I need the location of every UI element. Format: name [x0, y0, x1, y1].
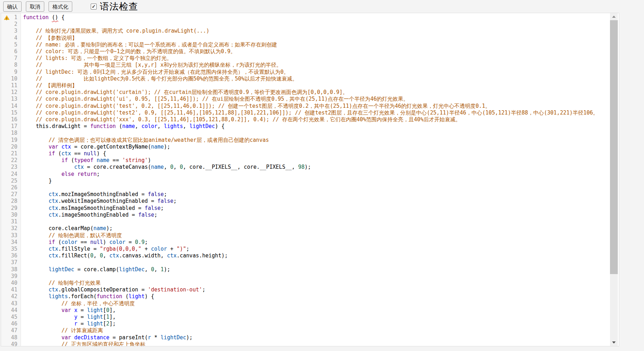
code-line[interactable]: // 绘制色调层，默认不透明度 [21, 232, 610, 239]
code-line[interactable]: this.drawLight = function (name, color, … [21, 123, 610, 130]
code-token: ctx [49, 198, 58, 204]
code-token [23, 293, 49, 300]
line-number: 3 [1, 28, 21, 34]
code-token: ); [164, 266, 170, 273]
code-line[interactable]: // core.plugin.drawLight('curtain'); // … [21, 89, 610, 96]
code-line[interactable]: var x = light[0], [21, 307, 610, 314]
code-token: , [157, 123, 164, 129]
code-token: decDistance [74, 334, 109, 341]
code-row: 13 // core.plugin.drawLight('ui', 0.95, … [1, 96, 610, 102]
code-line[interactable]: // 坐标，半径，中心不透明度 [21, 300, 610, 307]
code-line[interactable]: // color: 可选，只能是一个0~1之间的数，为不透明度的值。不填则默认为… [21, 48, 610, 55]
code-line[interactable]: ctx = core.createCanvas(name, 0, 0, core… [21, 164, 610, 171]
code-editor[interactable]: 1function () {23 // 绘制灯光/漆黑层效果。调用方式 core… [1, 13, 619, 346]
code-line[interactable]: // 清空色调层；也可以修改成其它层比如animate/weather层，或者用… [21, 137, 610, 144]
code-token: , [103, 252, 109, 259]
code-line[interactable]: // 绘制每个灯光效果 [21, 280, 610, 286]
code-line[interactable]: y = light[1], [21, 314, 610, 321]
scroll-down-button[interactable] [610, 339, 618, 346]
code-line[interactable]: lights.forEach(function (light) { [21, 293, 610, 300]
code-line[interactable]: if (ctx == null) { [21, 150, 610, 157]
code-line[interactable]: core.clearMap(name); [21, 225, 610, 232]
scrollbar-thumb[interactable] [610, 20, 618, 274]
scroll-up-button[interactable] [610, 13, 618, 20]
code-line[interactable]: // 【参数说明】 [21, 35, 610, 41]
code-line[interactable]: // lightDec: 可选，0到1之间，光从多少百分比才开始衰减（在此范围内… [21, 69, 610, 76]
code-row: 32 core.clearMap(name); [1, 225, 610, 232]
code-line[interactable]: ctx.msImageSmoothingEnabled = false; [21, 205, 610, 212]
code-line[interactable]: // name: 必填，要绘制到的画布名；可以是一个系统画布，或者是个自定义画布… [21, 41, 610, 48]
code-token: ; [173, 198, 176, 204]
code-token: false [157, 198, 173, 204]
code-line[interactable] [21, 21, 610, 28]
code-token: == [71, 150, 84, 157]
code-line[interactable]: // core.plugin.drawLight('xxx', 0.3, [[2… [21, 116, 610, 123]
code-line[interactable]: // core.plugin.drawLight('test', 0.2, [[… [21, 103, 610, 110]
code-token: .fillStyle = [58, 246, 100, 252]
cancel-button[interactable]: 取消 [26, 1, 44, 12]
code-token [23, 266, 49, 273]
code-token: if [49, 150, 55, 157]
code-token: // 绘制色调层，默认不透明度 [23, 232, 122, 239]
code-line[interactable]: else return; [21, 171, 610, 178]
toolbar: 确认 取消 格式化 ✓ 语法检查 [0, 0, 644, 13]
code-token: [ [103, 307, 106, 313]
code-line[interactable]: if (color == null) color = 0.9; [21, 239, 610, 246]
confirm-button[interactable]: 确认 [3, 1, 22, 12]
code-line[interactable]: ctx.webkitImageSmoothingEnabled = false; [21, 198, 610, 205]
code-line[interactable]: ctx.imageSmoothingEnabled = false; [21, 212, 610, 218]
code-line[interactable]: ctx.globalCompositeOperation = 'destinat… [21, 286, 610, 293]
code-line[interactable] [21, 184, 610, 191]
code-line[interactable]: // core.plugin.drawLight('ui', 0.95, [[2… [21, 96, 610, 102]
code-row: 16 // core.plugin.drawLight('xxx', 0.3, … [1, 116, 610, 123]
code-line[interactable]: ctx.mozImageSmoothingEnabled = false; [21, 191, 610, 198]
code-line[interactable]: // 其中每一项是三元组 [x,y,r] x和y分别为该灯光的横纵坐标，r为该灯… [21, 62, 610, 68]
code-token: ctx [49, 191, 58, 197]
code-token: ) { [97, 150, 106, 157]
code-line[interactable]: // lights: 可选，一个数组，定义了每个独立的灯光。 [21, 55, 610, 62]
code-token: null [90, 239, 103, 245]
code-line[interactable]: // 正方形区域的直径和左上角坐标 [21, 341, 610, 346]
code-line[interactable]: function () { [21, 14, 610, 21]
code-token: ) { [145, 293, 154, 300]
code-line[interactable] [21, 130, 610, 136]
code-token: function [23, 14, 49, 21]
code-line[interactable] [21, 273, 610, 280]
code-token: 1 [106, 314, 109, 320]
code-line[interactable]: r = light[2]; [21, 321, 610, 327]
line-number: 39 [1, 273, 21, 280]
code-line[interactable]: // 【调用样例】 [21, 82, 610, 89]
code-line[interactable]: // 比如lightDec为0.5代表，每个灯光部分内圈50%的范围全亮，50%… [21, 76, 610, 82]
code-line[interactable]: lightDec = core.clamp(lightDec, 0, 1); [21, 266, 610, 273]
line-number: 41 [1, 286, 21, 293]
code-line[interactable]: ctx.fillStyle = "rgba(0,0,0," + color + … [21, 246, 610, 252]
code-token: ")" [177, 246, 186, 252]
code-line[interactable]: } [21, 178, 610, 184]
syntax-check-checkbox[interactable]: ✓ [91, 4, 97, 10]
code-line[interactable]: var decDistance = parseInt(r * lightDec)… [21, 334, 610, 341]
line-number: 16 [1, 116, 21, 123]
code-row: 20 var ctx = core.getContextByName(name)… [1, 144, 610, 150]
code-line[interactable]: // 绘制灯光/漆黑层效果。调用方式 core.plugin.drawLight… [21, 28, 610, 34]
code-line[interactable]: // 计算衰减距离 [21, 327, 610, 334]
code-row: 45 y = light[1], [1, 314, 610, 321]
scrollbar-track[interactable] [610, 13, 618, 346]
code-line[interactable]: if (typeof name == 'string') [21, 157, 610, 164]
line-number: 23 [1, 164, 21, 171]
code-token: false [145, 205, 160, 211]
code-token: name [151, 144, 164, 150]
code-token: name [122, 123, 135, 129]
line-number: 46 [1, 321, 21, 327]
chevron-up-icon [612, 16, 616, 18]
code-line[interactable] [21, 218, 610, 225]
code-line[interactable]: ctx.fillRect(0, 0, ctx.canvas.width, ctx… [21, 252, 610, 259]
code-token: , [135, 123, 141, 129]
code-line[interactable]: // core.plugin.drawLight('test2', 0.9, [… [21, 110, 610, 116]
code-token: ], [109, 307, 116, 313]
code-line[interactable] [21, 259, 610, 266]
code-token: ; [202, 286, 205, 293]
code-token [23, 286, 49, 293]
code-line[interactable]: var ctx = core.getContextByName(name); [21, 144, 610, 150]
code-token: ; [145, 239, 148, 245]
format-button[interactable]: 格式化 [49, 1, 72, 12]
